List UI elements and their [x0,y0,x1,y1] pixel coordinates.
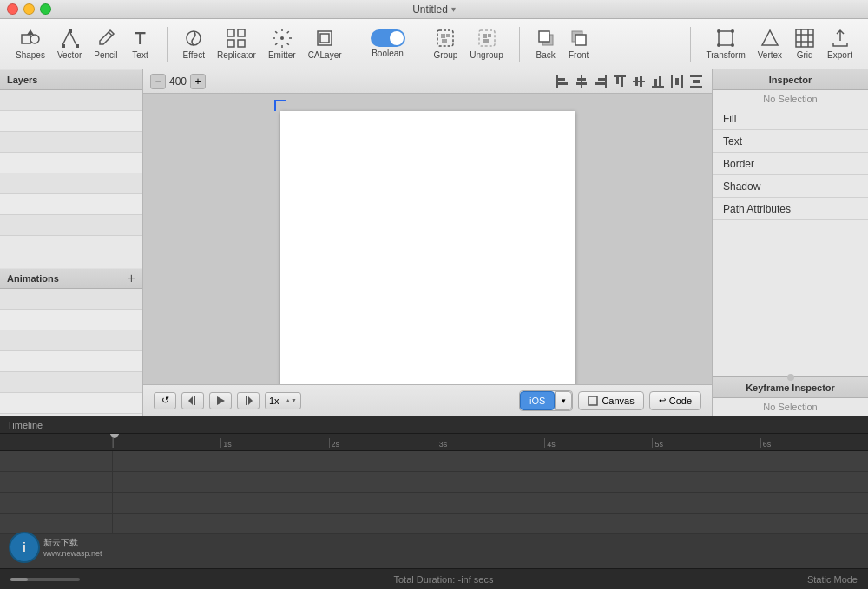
grid-tool[interactable]: Grid [789,24,820,63]
group-tool[interactable]: Group [429,24,464,63]
loop-icon: ↺ [161,395,169,406]
shapes-tool[interactable]: Shapes [10,24,50,63]
svg-rect-44 [796,29,813,47]
timeline-scrollbar[interactable] [10,578,80,581]
path-attributes-row[interactable]: Path Attributes [713,198,868,220]
svg-rect-65 [675,78,679,85]
text-row[interactable]: Text [713,130,868,153]
keyframe-dot [787,374,794,381]
title-dropdown-icon[interactable]: ▾ [451,4,456,14]
animation-row[interactable] [0,393,142,414]
animation-row[interactable] [0,330,142,351]
speed-control[interactable]: 1x ▲▼ [265,392,301,409]
animation-row[interactable] [0,310,142,330]
layer-row[interactable] [0,215,142,236]
animation-row[interactable] [0,289,142,310]
ruler-track: 1s 2s 3s 4s 5s 6s [113,438,868,448]
canvas-toolbar: − 400 + [143,69,712,94]
track-label [0,472,113,492]
align-bottom-button[interactable] [649,73,667,90]
ungroup-icon [477,28,497,49]
export-tool[interactable]: Export [822,24,858,63]
watermark: i 新云下载 www.newasp.net [9,532,102,563]
emitter-tool[interactable]: Emitter [263,24,301,63]
track-label [0,514,113,533]
maximize-button[interactable] [40,3,51,15]
code-button[interactable]: ↩ Code [649,391,701,410]
border-row[interactable]: Border [713,153,868,175]
svg-line-18 [286,31,288,33]
timeline-playhead[interactable] [115,434,115,451]
align-left-button[interactable] [554,73,571,90]
add-animation-button[interactable]: + [128,272,135,285]
canvas-corner [273,99,289,117]
distribute-h-button[interactable] [668,73,686,90]
layer-row[interactable] [0,153,142,173]
svg-rect-24 [446,34,450,37]
keyframe-inspector-title: Keyframe Inspector [746,383,835,393]
playback-controls: ↺ 1x ▲▼ [154,392,301,409]
align-top-button[interactable] [611,73,628,90]
vector-tool[interactable]: Vector [52,24,87,63]
loop-button[interactable]: ↺ [154,392,176,409]
vertex-tool[interactable]: Vertex [753,24,787,63]
close-button[interactable] [7,3,18,15]
scrollbar-thumb[interactable] [10,578,28,581]
toggle-knob [390,31,404,45]
path-attributes-label: Path Attributes [723,203,791,215]
ungroup-tool[interactable]: Ungroup [464,24,508,63]
transform-tool[interactable]: Transform [701,24,751,63]
svg-rect-74 [589,396,597,405]
group-tools: Group Ungroup [425,24,512,63]
timeline-footer: Total Duration: -inf secs Static Mode [0,568,868,589]
layer-row[interactable] [0,132,142,153]
shadow-label: Shadow [723,180,760,193]
layer-row[interactable] [0,111,142,132]
canvas-button[interactable]: Canvas [578,391,643,410]
layer-row[interactable] [0,173,142,194]
effect-tool[interactable]: Effect [178,24,210,63]
animations-title: Animations [7,273,59,284]
right-panel: Inspector No Selection Fill Text Border … [712,69,868,416]
front-tool[interactable]: Front [563,24,595,63]
svg-rect-8 [238,29,245,36]
grid-icon [794,28,815,49]
drawing-tools: Shapes Vector Pencil T [7,24,160,63]
back-tool[interactable]: Back [530,24,562,63]
align-center-v-button[interactable] [630,73,648,90]
shadow-row[interactable]: Shadow [713,175,868,198]
align-center-h-button[interactable] [573,73,590,90]
layer-row[interactable] [0,90,142,111]
boolean-tool[interactable]: Boolean [365,26,411,62]
white-canvas[interactable] [280,111,575,384]
replicator-tool[interactable]: Replicator [212,24,261,63]
right-tools: Transform Vertex Grid [698,24,861,63]
layer-row[interactable] [0,194,142,215]
rewind-button[interactable] [181,392,204,409]
timeline-label: Timeline [7,420,43,430]
minimize-button[interactable] [23,3,35,15]
canvas-scroll[interactable] [143,94,712,384]
animation-row[interactable] [0,372,142,393]
ios-dropdown-button[interactable]: ▾ [555,391,572,410]
emitter-label: Emitter [268,50,296,60]
text-tool[interactable]: T Text [125,24,156,63]
fill-row[interactable]: Fill [713,108,868,130]
ios-button[interactable]: iOS [520,391,555,410]
emitter-icon [272,28,293,49]
svg-rect-62 [659,76,661,86]
calayer-tool[interactable]: CALayer [303,24,347,63]
play-button[interactable] [209,392,232,409]
layers-header: Layers [0,69,142,90]
fastforward-button[interactable] [237,392,260,409]
animation-row[interactable] [0,351,142,372]
zoom-in-button[interactable]: + [190,74,206,89]
fill-label: Fill [723,113,736,125]
align-right-button[interactable] [592,73,609,90]
svg-rect-59 [640,76,642,87]
distribute-v-button[interactable] [687,73,705,90]
zoom-out-button[interactable]: − [150,74,166,89]
timeline-content[interactable] [0,451,868,568]
pencil-tool[interactable]: Pencil [89,24,122,63]
grid-label: Grid [797,50,813,60]
